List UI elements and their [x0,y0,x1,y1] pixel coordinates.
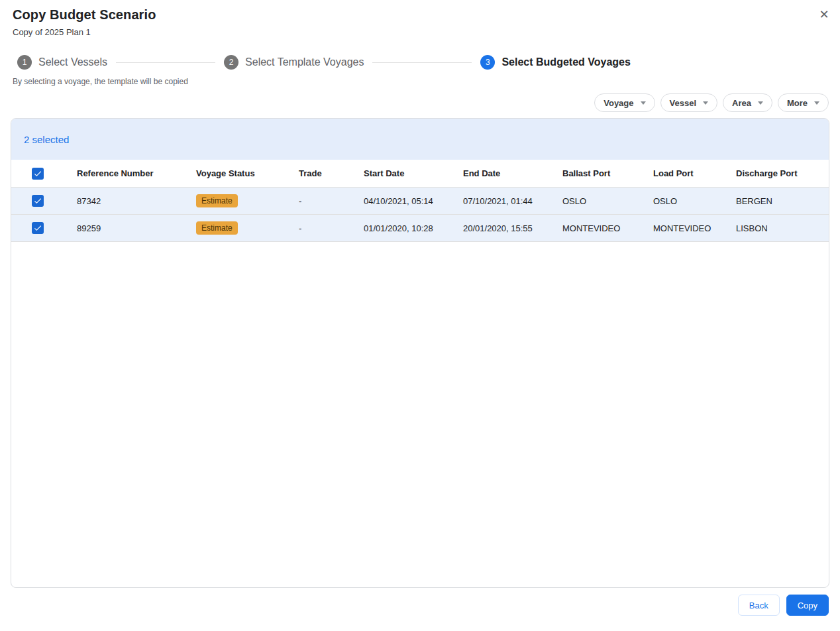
more-filter-button[interactable]: More [778,93,829,112]
voyage-filter-button[interactable]: Voyage [594,93,655,112]
area-filter-button[interactable]: Area [723,93,772,112]
checkmark-icon [33,169,42,178]
status-badge: Estimate [196,221,238,235]
header-checkbox-cell [11,168,77,180]
column-header-reference-number: Reference Number [77,168,196,178]
cell-ballast-port: MONTEVIDEO [562,223,653,233]
more-filter-label: More [787,98,808,108]
cell-voyage-status: Estimate [196,221,299,235]
row-checkbox-cell [11,195,77,207]
cell-trade: - [299,223,364,233]
step-3-label: Select Budgeted Voyages [501,56,630,68]
voyage-filter-label: Voyage [604,98,633,108]
table-body: 87342 Estimate - 04/10/2021, 05:14 07/10… [11,188,829,242]
select-all-checkbox[interactable] [32,168,44,180]
cell-discharge-port: LISBON [736,223,829,233]
cell-voyage-status: Estimate [196,194,299,207]
column-header-load-port: Load Port [653,168,736,178]
step-1-circle: 1 [17,55,32,70]
row-checkbox[interactable] [32,195,44,207]
cell-end-date: 07/10/2021, 01:44 [463,196,562,206]
column-header-voyage-status: Voyage Status [196,168,299,178]
column-header-start-date: Start Date [364,168,463,178]
cell-start-date: 01/01/2020, 10:28 [364,223,463,233]
cell-discharge-port: BERGEN [736,196,829,206]
dropdown-arrow-icon [814,101,819,105]
area-filter-label: Area [732,98,751,108]
cell-load-port: OSLO [653,196,736,206]
dialog-footer: Back Copy [738,595,829,616]
cell-load-port: MONTEVIDEO [653,223,736,233]
voyages-table: 2 selected Reference Number Voyage Statu… [11,118,829,588]
cell-trade: - [299,196,364,206]
step-2-circle: 2 [224,55,238,70]
step-select-template-voyages[interactable]: 2 Select Template Voyages [224,55,364,70]
row-checkbox-cell [11,222,77,234]
step-3-circle: 3 [480,55,495,70]
dialog-title: Copy Budget Scenario [13,7,156,23]
selection-count: 2 selected [24,134,69,145]
vessel-filter-label: Vessel [670,98,697,108]
table-header-row: Reference Number Voyage Status Trade Sta… [11,160,829,188]
back-button[interactable]: Back [738,595,780,616]
close-icon[interactable]: ✕ [816,7,832,23]
step-1-label: Select Vessels [38,56,107,68]
dropdown-arrow-icon [703,101,708,105]
step-connector [372,62,472,63]
cell-reference-number: 89259 [77,223,196,233]
step-connector [116,62,215,63]
dialog-subtitle: Copy of 2025 Plan 1 [13,27,91,37]
dropdown-arrow-icon [758,101,763,105]
column-header-trade: Trade [299,168,364,178]
cell-start-date: 04/10/2021, 05:14 [364,196,463,206]
stepper: 1 Select Vessels 2 Select Template Voyag… [17,54,631,70]
column-header-ballast-port: Ballast Port [562,168,653,178]
vessel-filter-button[interactable]: Vessel [660,93,718,112]
column-header-discharge-port: Discharge Port [736,168,829,178]
cell-reference-number: 87342 [77,196,196,206]
column-header-end-date: End Date [463,168,562,178]
checkmark-icon [33,196,42,205]
copy-button[interactable]: Copy [786,595,829,616]
selection-summary-band: 2 selected [11,119,829,160]
filter-bar: Voyage Vessel Area More [594,93,829,112]
cell-end-date: 20/01/2020, 15:55 [463,223,562,233]
table-row[interactable]: 87342 Estimate - 04/10/2021, 05:14 07/10… [11,188,829,215]
step-2-label: Select Template Voyages [245,56,364,68]
stepper-caption: By selecting a voyage, the template will… [13,77,188,86]
cell-ballast-port: OSLO [562,196,653,206]
status-badge: Estimate [196,194,238,207]
step-select-budgeted-voyages[interactable]: 3 Select Budgeted Voyages [480,55,630,70]
checkmark-icon [33,223,42,233]
row-checkbox[interactable] [32,222,44,234]
dropdown-arrow-icon [641,101,646,105]
step-select-vessels[interactable]: 1 Select Vessels [17,55,107,70]
table-row[interactable]: 89259 Estimate - 01/01/2020, 10:28 20/01… [11,215,829,242]
